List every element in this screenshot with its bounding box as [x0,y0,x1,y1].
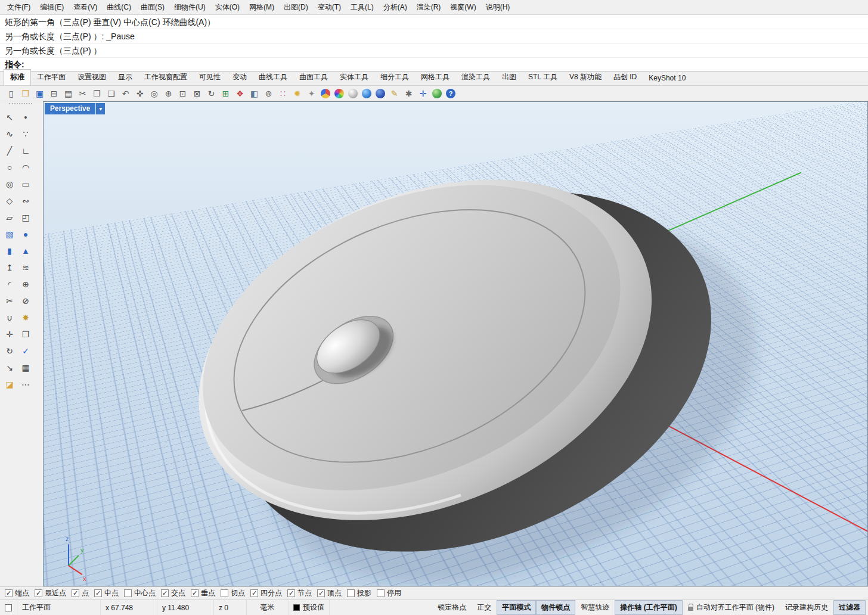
toolbar-grip-handle[interactable] [9,103,32,107]
fillet-tool[interactable]: ◜ [2,276,17,292]
osnap-toggle[interactable]: 点 [72,588,89,598]
save-icon[interactable]: ▣ [33,87,46,100]
control-points-tool[interactable]: ∵ [18,126,33,142]
cylinder-tool[interactable]: ▮ [2,243,17,259]
pen-icon[interactable]: ✎ [388,87,401,100]
viewport-title[interactable]: Perspective [45,103,95,114]
active-layer-chip[interactable]: 预设值 [289,600,330,615]
render-sphere-icon[interactable] [376,89,385,98]
checkbox-icon[interactable] [221,589,228,597]
extrude-tool[interactable]: ↥ [2,259,17,275]
osnap-toggle[interactable]: 投影 [347,588,371,598]
toolbar-tab[interactable]: 实体工具 [334,70,374,85]
menu-item[interactable]: 工具(L) [346,0,379,15]
menu-item[interactable]: 曲面(S) [136,0,169,15]
split-tool[interactable]: ⊘ [18,293,33,309]
copy-icon[interactable]: ❐ [91,87,103,100]
freeform-curve-tool[interactable]: ∾ [18,192,33,209]
menu-item[interactable]: 渲染(R) [412,0,446,15]
osnap-toggle[interactable]: 交点 [161,588,185,598]
viewport-menu-arrow-icon[interactable]: ▾ [96,103,105,114]
cplane-icon-cell[interactable] [0,600,17,615]
checkbox-icon[interactable] [250,589,258,597]
command-prompt[interactable]: 指令: [0,58,868,71]
toolbar-tab[interactable]: 显示 [112,70,138,85]
osnap-toggle[interactable]: 切点 [221,588,245,598]
menu-item[interactable]: 变动(T) [313,0,346,15]
cut-icon[interactable]: ✂ [76,87,89,100]
menu-item[interactable]: 查看(V) [69,0,102,15]
grid-snap-tool[interactable]: ▦ [18,359,33,375]
checkbox-icon[interactable] [72,589,79,597]
menu-item[interactable]: 出图(D) [279,0,313,15]
status-toggle[interactable]: 记录建构历史 [780,600,833,615]
toolbar-tab[interactable]: 工作视窗配置 [138,70,193,85]
new-file-icon[interactable]: ▯ [5,87,17,100]
car-icon[interactable]: ❖ [234,87,246,100]
ellipse-tool[interactable]: ◎ [2,176,17,192]
menu-item[interactable]: 编辑(E) [35,0,69,15]
osnap-toggle[interactable]: 顶点 [317,588,342,598]
circle-tool[interactable]: ○ [2,159,17,175]
move-tool[interactable]: ✛ [2,326,17,342]
osnap-toggle[interactable]: 垂点 [191,588,215,598]
sphere-tool[interactable]: ● [18,226,33,242]
checkbox-icon[interactable] [5,589,13,597]
checkbox-icon[interactable] [35,589,42,597]
toolbar-tab[interactable]: 标准 [4,69,31,85]
toolbar-tab[interactable]: 网格工具 [415,70,455,85]
check-tool[interactable]: ✓ [18,343,33,359]
menu-item[interactable]: 细物件(U) [169,0,210,15]
help-icon[interactable]: ? [446,89,455,98]
open-folder-icon[interactable]: ❒ [19,87,32,100]
osnap-toggle[interactable]: 四分点 [250,588,282,598]
checkbox-icon[interactable] [287,589,295,597]
boolean-tool[interactable]: ⊕ [18,276,33,292]
status-toggle[interactable]: 物件锁点 [536,600,575,615]
mouse-model[interactable] [146,102,811,586]
select-arrow-tool[interactable]: ↖ [2,109,17,125]
toolbar-tab[interactable]: STL 工具 [522,70,563,85]
print-icon[interactable]: ⊟ [48,87,60,100]
menu-item[interactable]: 网格(M) [244,0,279,15]
toolbar-tab[interactable]: 变动 [227,70,253,85]
osnap-toggle[interactable]: 停用 [377,588,401,598]
menu-item[interactable]: 说明(H) [481,0,515,15]
lamp-icon[interactable]: ✹ [291,87,303,100]
menu-item[interactable]: 文件(F) [2,0,35,15]
checkbox-icon[interactable] [94,589,102,597]
status-toggle[interactable]: 正交 [472,600,497,615]
status-toggle[interactable]: 过滤器 [833,600,866,615]
rotate-view-icon[interactable]: ↻ [205,87,218,100]
menu-item[interactable]: 视窗(W) [445,0,480,15]
status-toggle[interactable]: 自动对齐工作平面 (物件) [683,600,780,615]
scale-tool[interactable]: ↘ [2,359,17,375]
curve-tool[interactable]: ∿ [2,126,17,142]
menu-item[interactable]: 分析(A) [379,0,412,15]
earth-icon[interactable] [432,89,442,98]
zoom-dynamic-icon[interactable]: ◎ [148,87,160,100]
join-tool[interactable]: ∪ [2,309,17,325]
osnap-toggle[interactable]: 节点 [287,588,312,598]
surface-tool[interactable]: ▱ [2,209,17,225]
point-tool[interactable]: • [18,109,33,125]
explode-tool[interactable]: ✸ [18,309,33,325]
more-tools[interactable]: ⋯ [18,376,33,392]
command-area[interactable]: 矩形的第一角（三点(P) 垂直(V) 中心点(C) 环绕曲线(A)） 另一角或长… [0,14,868,72]
menu-item[interactable]: 曲线(C) [102,0,136,15]
zoom-in-icon[interactable]: ⊕ [162,87,175,100]
checkbox-icon[interactable] [377,589,385,597]
toolbar-tab[interactable]: 品创 ID [607,70,643,85]
rectangle-tool[interactable]: ▭ [18,176,33,192]
render-pie-icon[interactable] [321,89,330,98]
zoom-extents-icon[interactable]: ⊠ [191,87,203,100]
toolbar-tab[interactable]: 细分工具 [374,70,415,85]
menu-item[interactable]: 实体(O) [210,0,244,15]
osnap-toggle[interactable]: 端点 [5,588,29,598]
corner-surface-tool[interactable]: ◰ [18,209,33,225]
named-view-icon[interactable]: ◧ [248,87,261,100]
toolbar-tab[interactable]: 曲面工具 [293,70,334,85]
eraser-tool[interactable]: ◪ [2,376,17,392]
loft-tool[interactable]: ≋ [18,259,33,275]
checkbox-icon[interactable] [347,589,355,597]
